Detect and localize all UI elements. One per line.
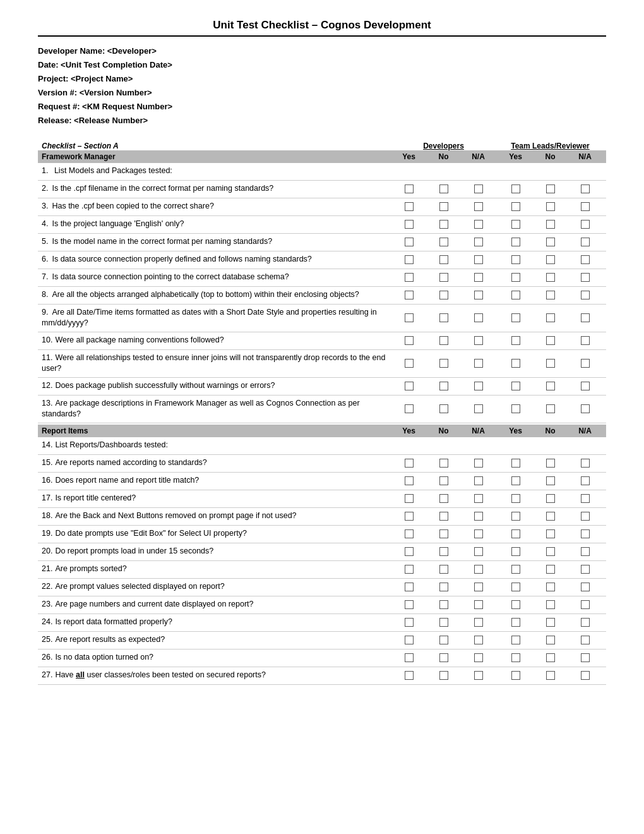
checkbox-dev-na[interactable]	[474, 529, 483, 538]
checkbox-dev-na[interactable]	[474, 459, 483, 468]
checkbox-tl-na[interactable]	[581, 291, 590, 299]
checkbox-dev-yes[interactable]	[405, 653, 414, 662]
checkbox-tl-na[interactable]	[581, 565, 590, 574]
checkbox-tl-na[interactable]	[581, 313, 590, 322]
checkbox-dev-yes[interactable]	[405, 184, 414, 193]
checkbox-tl-no[interactable]	[546, 618, 555, 627]
checkbox-tl-no[interactable]	[546, 336, 555, 345]
checkbox-tl-yes[interactable]	[511, 359, 520, 368]
checkbox-dev-na[interactable]	[474, 653, 483, 662]
checkbox-tl-yes[interactable]	[511, 404, 520, 413]
checkbox-tl-yes[interactable]	[511, 202, 520, 211]
checkbox-tl-na[interactable]	[581, 404, 590, 413]
checkbox-dev-yes[interactable]	[405, 494, 414, 503]
checkbox-dev-yes[interactable]	[405, 255, 414, 264]
checkbox-dev-na[interactable]	[474, 202, 483, 211]
checkbox-tl-na[interactable]	[581, 382, 590, 390]
checkbox-dev-na[interactable]	[474, 404, 483, 413]
checkbox-tl-na[interactable]	[581, 459, 590, 468]
checkbox-dev-yes[interactable]	[405, 220, 414, 229]
checkbox-dev-no[interactable]	[439, 512, 448, 521]
checkbox-tl-na[interactable]	[581, 671, 590, 680]
checkbox-dev-no[interactable]	[439, 220, 448, 229]
checkbox-dev-no[interactable]	[439, 618, 448, 627]
checkbox-tl-yes[interactable]	[511, 636, 520, 644]
checkbox-tl-yes[interactable]	[511, 512, 520, 521]
checkbox-tl-yes[interactable]	[511, 618, 520, 627]
checkbox-tl-na[interactable]	[581, 494, 590, 503]
checkbox-dev-yes[interactable]	[405, 202, 414, 211]
checkbox-dev-yes[interactable]	[405, 671, 414, 680]
checkbox-tl-no[interactable]	[546, 273, 555, 282]
checkbox-tl-no[interactable]	[546, 238, 555, 246]
checkbox-dev-yes[interactable]	[405, 313, 414, 322]
checkbox-dev-na[interactable]	[474, 184, 483, 193]
checkbox-tl-na[interactable]	[581, 255, 590, 264]
checkbox-dev-no[interactable]	[439, 600, 448, 609]
checkbox-dev-yes[interactable]	[405, 273, 414, 282]
checkbox-tl-na[interactable]	[581, 547, 590, 556]
checkbox-dev-yes[interactable]	[405, 382, 414, 390]
checkbox-dev-no[interactable]	[439, 494, 448, 503]
checkbox-tl-no[interactable]	[546, 547, 555, 556]
checkbox-dev-yes[interactable]	[405, 618, 414, 627]
checkbox-tl-yes[interactable]	[511, 255, 520, 264]
checkbox-dev-no[interactable]	[439, 336, 448, 345]
checkbox-dev-na[interactable]	[474, 583, 483, 591]
checkbox-tl-no[interactable]	[546, 529, 555, 538]
checkbox-tl-no[interactable]	[546, 636, 555, 644]
checkbox-dev-no[interactable]	[439, 547, 448, 556]
checkbox-dev-yes[interactable]	[405, 404, 414, 413]
checkbox-tl-no[interactable]	[546, 184, 555, 193]
checkbox-dev-na[interactable]	[474, 255, 483, 264]
checkbox-tl-na[interactable]	[581, 238, 590, 246]
checkbox-dev-no[interactable]	[439, 255, 448, 264]
checkbox-dev-na[interactable]	[474, 547, 483, 556]
checkbox-tl-yes[interactable]	[511, 476, 520, 485]
checkbox-dev-no[interactable]	[439, 313, 448, 322]
checkbox-dev-no[interactable]	[439, 382, 448, 390]
checkbox-tl-no[interactable]	[546, 220, 555, 229]
checkbox-tl-na[interactable]	[581, 336, 590, 345]
checkbox-dev-no[interactable]	[439, 565, 448, 574]
checkbox-dev-yes[interactable]	[405, 529, 414, 538]
checkbox-tl-no[interactable]	[546, 202, 555, 211]
checkbox-tl-yes[interactable]	[511, 600, 520, 609]
checkbox-tl-na[interactable]	[581, 512, 590, 521]
checkbox-tl-no[interactable]	[546, 382, 555, 390]
checkbox-dev-no[interactable]	[439, 459, 448, 468]
checkbox-tl-yes[interactable]	[511, 583, 520, 591]
checkbox-dev-yes[interactable]	[405, 459, 414, 468]
checkbox-tl-no[interactable]	[546, 671, 555, 680]
checkbox-dev-na[interactable]	[474, 359, 483, 368]
checkbox-dev-na[interactable]	[474, 671, 483, 680]
checkbox-tl-yes[interactable]	[511, 184, 520, 193]
checkbox-dev-no[interactable]	[439, 671, 448, 680]
checkbox-dev-no[interactable]	[439, 653, 448, 662]
checkbox-tl-yes[interactable]	[511, 382, 520, 390]
checkbox-dev-no[interactable]	[439, 359, 448, 368]
checkbox-dev-no[interactable]	[439, 404, 448, 413]
checkbox-tl-no[interactable]	[546, 600, 555, 609]
checkbox-tl-yes[interactable]	[511, 671, 520, 680]
checkbox-tl-no[interactable]	[546, 404, 555, 413]
checkbox-dev-na[interactable]	[474, 273, 483, 282]
checkbox-tl-yes[interactable]	[511, 336, 520, 345]
checkbox-dev-yes[interactable]	[405, 291, 414, 299]
checkbox-dev-no[interactable]	[439, 583, 448, 591]
checkbox-tl-na[interactable]	[581, 636, 590, 644]
checkbox-dev-yes[interactable]	[405, 238, 414, 246]
checkbox-tl-yes[interactable]	[511, 547, 520, 556]
checkbox-dev-yes[interactable]	[405, 512, 414, 521]
checkbox-tl-na[interactable]	[581, 220, 590, 229]
checkbox-dev-no[interactable]	[439, 184, 448, 193]
checkbox-dev-no[interactable]	[439, 291, 448, 299]
checkbox-tl-yes[interactable]	[511, 313, 520, 322]
checkbox-dev-no[interactable]	[439, 529, 448, 538]
checkbox-tl-na[interactable]	[581, 600, 590, 609]
checkbox-dev-na[interactable]	[474, 512, 483, 521]
checkbox-tl-yes[interactable]	[511, 238, 520, 246]
checkbox-dev-na[interactable]	[474, 618, 483, 627]
checkbox-tl-no[interactable]	[546, 255, 555, 264]
checkbox-tl-yes[interactable]	[511, 494, 520, 503]
